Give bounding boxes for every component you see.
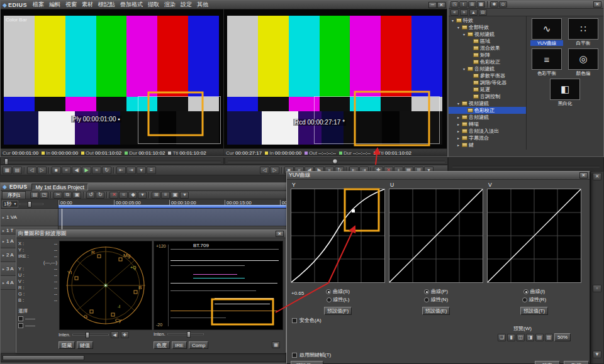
player-menu-icon[interactable]: ≡ xyxy=(147,167,156,174)
transition-menu-icon[interactable]: ▾ xyxy=(138,192,147,199)
preset-button[interactable]: 預設值(T) xyxy=(520,307,548,315)
preview-zoom-button[interactable]: 50% xyxy=(554,333,571,341)
frame-back-icon[interactable]: ◀ xyxy=(72,167,81,174)
tree-item[interactable]: ▸ 音頻濾鏡 xyxy=(449,114,526,121)
thumbnail-view-icon[interactable]: ▦ xyxy=(477,1,485,8)
close-icon[interactable]: ✕ xyxy=(593,173,601,180)
jog-forward-icon[interactable]: ▷ xyxy=(270,167,279,174)
expander-icon[interactable]: ▾ xyxy=(456,25,461,30)
linear-radio[interactable] xyxy=(424,297,429,302)
expander-icon[interactable]: ▸ xyxy=(456,122,461,126)
menu-item[interactable]: 渲染 xyxy=(162,1,178,8)
transition-icon[interactable]: ◆ xyxy=(128,192,137,199)
linear-radio[interactable] xyxy=(522,297,527,302)
preview-mode-3-icon[interactable]: ◨ xyxy=(526,334,534,341)
mode-icon[interactable]: ▣ xyxy=(171,192,179,199)
minimize-button[interactable]: ─ xyxy=(428,2,437,8)
tree-item[interactable]: ▸ 音頻淡入淡出 xyxy=(449,128,526,135)
menu-item[interactable]: 素材 xyxy=(79,1,96,8)
effect-yuv-curve[interactable]: ∿ YUV曲線 xyxy=(530,18,563,46)
grid-view-icon[interactable]: ⊞ xyxy=(468,1,476,8)
sequence-tab[interactable]: 序列1 xyxy=(2,191,26,199)
tree-item[interactable]: 參數平衡器 xyxy=(449,72,526,79)
default-button[interactable]: 預設值(D) xyxy=(291,361,323,364)
track-expander-icon[interactable]: ▸ xyxy=(3,253,4,257)
expander-icon[interactable]: ▸ xyxy=(456,143,461,147)
copy-icon[interactable]: ⧉ xyxy=(63,192,72,199)
menu-item[interactable]: 其他 xyxy=(194,1,211,8)
menu-item[interactable]: 檔案 xyxy=(30,1,47,8)
delete-icon[interactable]: ✕ xyxy=(109,192,118,199)
tree-item[interactable]: 區域 xyxy=(449,38,526,45)
scope-select-checkbox[interactable] xyxy=(18,323,23,328)
ripple-delete-icon[interactable]: ≈ xyxy=(119,192,128,199)
effect-color-balance[interactable]: ≡ 色彩平衡 xyxy=(530,48,563,76)
expander-icon[interactable]: ▾ xyxy=(462,32,466,36)
tree-item[interactable]: 音調控制 xyxy=(449,93,526,100)
keyframe-checkbox[interactable] xyxy=(292,353,297,358)
scope-select-checkbox[interactable] xyxy=(18,316,23,321)
tree-item[interactable]: 混合效果 xyxy=(449,45,526,52)
add-cue-icon[interactable]: ▾ xyxy=(137,167,146,174)
set-in-icon[interactable]: ⇤ xyxy=(116,167,126,174)
tree-item[interactable]: ▾ 音頻濾鏡 xyxy=(449,65,526,72)
preview-mode-5-icon[interactable]: ▥ xyxy=(545,334,553,341)
recorder-position-slider[interactable] xyxy=(225,157,448,165)
timescale-select[interactable]: 1秒▼ xyxy=(2,201,18,207)
undo-icon[interactable]: ↺ xyxy=(86,192,95,199)
u-curve-graph[interactable] xyxy=(389,189,483,283)
jog-forward-icon[interactable]: ▷ xyxy=(37,167,47,174)
slider-knob[interactable] xyxy=(332,158,338,164)
tree-item[interactable]: 色彩校正 xyxy=(449,58,526,65)
menu-item[interactable]: 擷取 xyxy=(145,1,162,8)
playhead-cursor[interactable] xyxy=(62,209,62,230)
menu-item[interactable]: 疊加格式 xyxy=(118,1,145,8)
expander-icon[interactable]: ▾ xyxy=(462,67,466,71)
tree-item[interactable]: ▾ 視頻濾鏡 xyxy=(449,100,526,107)
y-curve-graph[interactable] xyxy=(291,189,385,283)
tree-item[interactable]: ▸ 字幕混合 xyxy=(449,135,526,141)
dock-icon[interactable]: ◳ xyxy=(450,1,459,8)
mode-menu-icon[interactable]: ▾ xyxy=(180,192,189,199)
close-button[interactable]: ✕ xyxy=(437,2,445,8)
tree-item[interactable]: ▸ 轉場 xyxy=(449,121,526,128)
close-button[interactable]: ✕ xyxy=(579,172,588,179)
waveform-intensity-slider[interactable] xyxy=(167,333,204,335)
loop-icon[interactable]: ↻ xyxy=(102,167,111,174)
tree-item[interactable]: ▾ 特效 xyxy=(449,17,526,24)
composite-button[interactable]: Comp xyxy=(189,341,208,349)
track-expander-icon[interactable]: ▸ xyxy=(3,228,4,233)
step-left-icon[interactable]: ◀ xyxy=(111,331,119,338)
track-expander-icon[interactable]: ▸ xyxy=(3,215,4,219)
expander-icon[interactable]: ▸ xyxy=(456,115,461,119)
chevron-down-icon[interactable]: ▼ xyxy=(593,351,601,358)
text-tool-icon[interactable]: t xyxy=(459,1,467,8)
v-curve-graph[interactable] xyxy=(487,189,581,283)
folder-up-icon[interactable]: ▲ xyxy=(469,9,478,16)
preset-button[interactable]: 預設值(E) xyxy=(422,307,450,315)
settings-icon[interactable]: ⊙ xyxy=(499,1,507,8)
cancel-button[interactable]: 取消 xyxy=(564,361,589,364)
track-header[interactable]: ▸ 1 VA xyxy=(1,209,58,226)
tree-item[interactable]: 延遲 xyxy=(449,86,526,93)
tree-item[interactable]: 矩陣 xyxy=(449,52,526,58)
tree-item[interactable]: ▸ 鍵 xyxy=(449,141,526,148)
forward-icon[interactable]: » xyxy=(460,9,468,16)
vector-intensity-slider[interactable] xyxy=(72,334,109,336)
player-position-slider[interactable] xyxy=(0,157,224,165)
jog-back-icon[interactable]: ◁ xyxy=(260,167,269,174)
effect-color-wheel[interactable]: ◎ 顏色偏 xyxy=(567,48,600,76)
preview-mode-1-icon[interactable]: ▮ xyxy=(507,334,515,341)
expander-icon[interactable]: ▸ xyxy=(456,136,461,140)
effect-icon[interactable]: ✱ xyxy=(490,1,498,8)
layout-icon[interactable]: ⊞ xyxy=(152,192,160,199)
track-expander-icon[interactable]: ▸ xyxy=(3,239,4,243)
rewind-icon[interactable]: « xyxy=(62,167,71,174)
curve-radio[interactable] xyxy=(424,289,429,294)
tree-item[interactable]: ▾ 全部特效 xyxy=(449,24,526,31)
timescale-slider[interactable] xyxy=(20,203,43,205)
scrollbar-thumb[interactable] xyxy=(3,355,84,360)
play-icon[interactable]: ▶ xyxy=(82,167,91,174)
ok-button[interactable]: 確定 xyxy=(535,361,560,364)
redo-icon[interactable]: ↻ xyxy=(96,192,104,199)
